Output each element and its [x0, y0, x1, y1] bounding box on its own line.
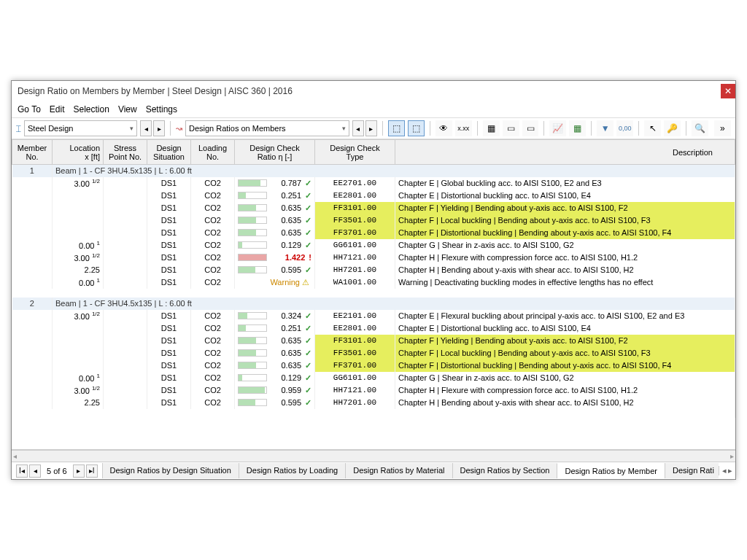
- header-location[interactable]: Location x [ft]: [53, 140, 104, 165]
- table-row[interactable]: 0.00 1 DS1 CO2 Warning ⚠ WA1001.00 Warni…: [12, 276, 735, 289]
- footer-tab[interactable]: Design Ratios by Section: [452, 463, 557, 478]
- next-result-button[interactable]: ▸: [365, 120, 377, 136]
- menu-goto[interactable]: Go To: [18, 104, 41, 114]
- footer-tab[interactable]: Design Ratios by Material: [345, 463, 452, 478]
- prev-page-button[interactable]: ◂: [29, 464, 41, 478]
- table-row[interactable]: DS1 CO2 0.251✓ EE2801.00 Chapter E | Dis…: [12, 322, 735, 335]
- pointer-button[interactable]: ↖: [644, 120, 661, 136]
- curve-icon: ↝: [176, 124, 182, 133]
- table-b-button[interactable]: ▭: [522, 120, 539, 136]
- table-row[interactable]: 2.25 DS1 CO2 0.595✓ HH7201.00 Chapter H …: [12, 397, 735, 409]
- table-row[interactable]: DS1 CO2 0.635✓ FF3501.00 Chapter F | Loc…: [12, 347, 735, 359]
- table-row[interactable]: 2.25 DS1 CO2 0.595✓ HH7201.00 Chapter H …: [12, 264, 735, 276]
- pager: I◂ ◂ 5 of 6 ▸ ▸I: [12, 464, 102, 478]
- decimals-button[interactable]: x.xx: [455, 120, 472, 136]
- result-type-combo[interactable]: ▾: [185, 120, 349, 136]
- header-ratio[interactable]: Design Check Ratio η [-]: [235, 140, 315, 165]
- search-button[interactable]: 🔍: [692, 120, 708, 136]
- table-row[interactable]: DS1 CO2 0.635✓ FF3701.00 Chapter F | Dis…: [12, 359, 735, 372]
- toolbar: ⌶ ▾ ◂ ▸ ↝ ▾ ◂ ▸ ⬚ ⬚ 👁 x.xx ▦ ▭ ▭ 📈 ▦: [12, 117, 735, 139]
- select-tool-1-button[interactable]: ⬚: [388, 120, 405, 136]
- scroll-left-icon[interactable]: ◂: [13, 452, 17, 460]
- header-stress[interactable]: Stress Point No.: [104, 140, 147, 165]
- prev-design-button[interactable]: ◂: [140, 120, 152, 136]
- design-type-combo[interactable]: ▾: [24, 120, 137, 136]
- results-table-container[interactable]: Member No. Location x [ft] Stress Point …: [12, 139, 735, 450]
- header-member[interactable]: Member No.: [12, 140, 53, 165]
- result-type-input[interactable]: [186, 122, 339, 134]
- footer-tab[interactable]: Design Ratios by Loading: [239, 463, 345, 478]
- horizontal-scrollbar[interactable]: ◂ ▸: [12, 450, 735, 462]
- page-indicator: 5 of 6: [42, 467, 71, 475]
- first-page-button[interactable]: I◂: [16, 464, 28, 478]
- scroll-right-icon[interactable]: ▸: [730, 452, 734, 460]
- header-description[interactable]: Description: [395, 140, 735, 165]
- header-loading[interactable]: Loading No.: [191, 140, 235, 165]
- table-a-button[interactable]: ▭: [503, 120, 519, 136]
- window-title: Design Ratio on Members by Member | Stee…: [18, 86, 293, 96]
- menu-edit[interactable]: Edit: [50, 104, 65, 114]
- header-type[interactable]: Design Check Type: [315, 140, 395, 165]
- zero-toggle-button[interactable]: 0,00: [616, 120, 633, 136]
- tab-scroll-right-icon[interactable]: ▸: [728, 466, 732, 475]
- table-row[interactable]: 3.00 1/2 DS1 CO2 0.959✓ HH7121.00 Chapte…: [12, 384, 735, 397]
- excel-button[interactable]: ▦: [569, 120, 586, 136]
- filter-button[interactable]: ▼: [597, 120, 614, 136]
- select-tool-2-button[interactable]: ⬚: [408, 120, 425, 136]
- chevron-down-icon: ▾: [339, 125, 349, 132]
- design-type-input[interactable]: [25, 122, 127, 134]
- overflow-button[interactable]: »: [714, 120, 731, 136]
- close-button[interactable]: ✕: [721, 84, 735, 98]
- menu-settings[interactable]: Settings: [146, 104, 177, 114]
- view-eye-button[interactable]: 👁: [436, 120, 452, 136]
- tab-scroll-left-icon[interactable]: ◂: [722, 466, 727, 475]
- tab-nav: ◂ ▸: [719, 466, 735, 475]
- app-window: Design Ratio on Members by Member | Stee…: [11, 80, 736, 480]
- table-row[interactable]: DS1 CO2 0.635✓ FF3701.00 Chapter F | Dis…: [12, 227, 735, 239]
- chart-button[interactable]: 📈: [549, 120, 566, 136]
- next-page-button[interactable]: ▸: [73, 464, 85, 478]
- group-row[interactable]: 2Beam | 1 - CF 3HU4.5x135 | L : 6.00 ft: [12, 298, 735, 310]
- menu-view[interactable]: View: [118, 104, 137, 114]
- footer-tab[interactable]: Design Rati: [665, 463, 719, 478]
- table-row[interactable]: DS1 CO2 0.251✓ EE2801.00 Chapter E | Dis…: [12, 190, 735, 202]
- footer: I◂ ◂ 5 of 6 ▸ ▸I Design Ratios by Design…: [12, 462, 735, 479]
- table-row[interactable]: 0.00 1 DS1 CO2 0.129✓ GG6101.00 Chapter …: [12, 239, 735, 252]
- footer-tabs: Design Ratios by Design SituationDesign …: [102, 463, 719, 478]
- steel-icon: ⌶: [16, 124, 21, 133]
- titlebar: Design Ratio on Members by Member | Stee…: [12, 81, 735, 101]
- table-row[interactable]: DS1 CO2 0.635✓ FF3501.00 Chapter F | Loc…: [12, 214, 735, 227]
- last-page-button[interactable]: ▸I: [86, 464, 98, 478]
- footer-tab[interactable]: Design Ratios by Design Situation: [102, 463, 239, 478]
- footer-tab[interactable]: Design Ratios by Member: [557, 463, 665, 478]
- results-table: Member No. Location x [ft] Stress Point …: [12, 139, 735, 418]
- table-row[interactable]: 3.00 1/2 DS1 CO2 0.324✓ EE2101.00 Chapte…: [12, 310, 735, 322]
- table-row[interactable]: 0.00 1 DS1 CO2 0.129✓ GG6101.00 Chapter …: [12, 372, 735, 384]
- table-row[interactable]: 3.00 1/2 DS1 CO2 0.787✓ EE2701.00 Chapte…: [12, 177, 735, 190]
- menu-selection[interactable]: Selection: [74, 104, 109, 114]
- chevron-down-icon: ▾: [127, 125, 136, 132]
- header-situation[interactable]: Design Situation: [147, 140, 191, 165]
- menubar: Go To Edit Selection View Settings: [12, 101, 735, 117]
- group-row[interactable]: 1Beam | 1 - CF 3HU4.5x135 | L : 6.00 ft: [12, 165, 735, 177]
- table-row[interactable]: DS1 CO2 0.635✓ FF3101.00 Chapter F | Yie…: [12, 335, 735, 347]
- key-button[interactable]: 🔑: [664, 120, 681, 136]
- prev-result-button[interactable]: ◂: [352, 120, 364, 136]
- next-design-button[interactable]: ▸: [153, 120, 165, 136]
- table-row[interactable]: 3.00 1/2 DS1 CO2 1.422! HH7121.00 Chapte…: [12, 252, 735, 264]
- table-row[interactable]: DS1 CO2 0.635✓ FF3101.00 Chapter F | Yie…: [12, 202, 735, 214]
- grid-button[interactable]: ▦: [483, 120, 500, 136]
